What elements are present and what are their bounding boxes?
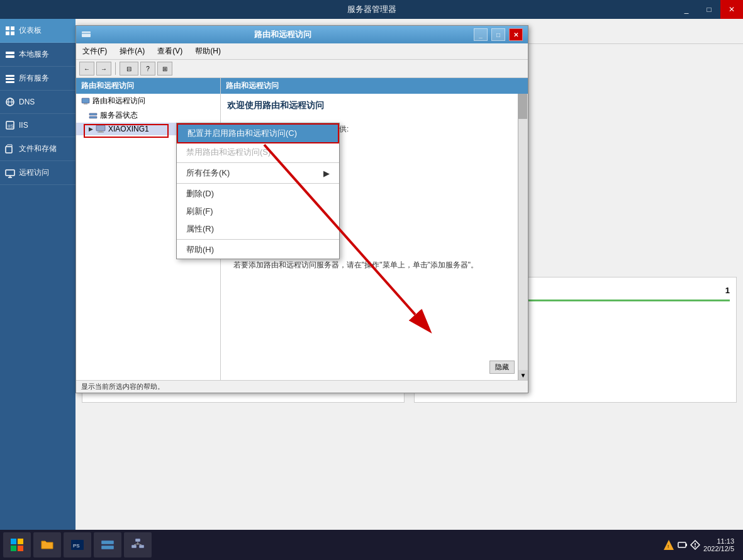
sidebar: 仪表板 本地服务 所有服务 DNS IIS <box>0 19 75 560</box>
context-menu-disable: 禁用路由和远程访问(S) <box>177 143 339 161</box>
taskbar-date-display: 2022/12/5 <box>703 545 734 552</box>
routing-close-button[interactable]: ✕ <box>509 28 523 41</box>
close-button[interactable]: ✕ <box>720 0 743 19</box>
sidebar-item-dashboard[interactable]: 仪表板 <box>0 19 75 43</box>
action-button[interactable]: ⊞ <box>157 62 172 76</box>
taskbar: PS ! <box>0 530 743 560</box>
svg-rect-7 <box>6 78 14 80</box>
tree-server-status[interactable]: 服务器状态 <box>76 108 220 123</box>
svg-text:IIS: IIS <box>8 123 14 129</box>
svg-rect-27 <box>89 116 97 118</box>
iis-icon: IIS <box>5 120 15 130</box>
svg-rect-26 <box>89 113 97 115</box>
tree-root[interactable]: 路由和远程访问 <box>76 94 220 108</box>
sidebar-item-all-servers[interactable]: 所有服务 <box>0 67 75 91</box>
remote-icon <box>5 168 15 178</box>
routing-menu-help[interactable]: 帮助(H) <box>192 45 224 58</box>
sidebar-item-remote[interactable]: 远程访问 <box>0 161 75 185</box>
routing-menu-file[interactable]: 文件(F) <box>79 45 110 58</box>
sidebar-item-dns[interactable]: DNS <box>0 91 75 114</box>
svg-rect-1 <box>11 26 14 30</box>
network-icon <box>130 537 145 552</box>
windows-logo-icon <box>9 537 25 552</box>
system-icon-2 <box>677 540 687 550</box>
taskbar-time-display: 11:13 <box>717 537 734 545</box>
dashboard-icon <box>5 26 15 36</box>
routing-menu-action[interactable]: 操作(A) <box>116 45 148 58</box>
routing-dialog-title-bar: 路由和远程访问 _ □ ✕ <box>76 26 528 43</box>
tree-xiaoxing1-label: XIAOXING1 <box>108 125 149 133</box>
context-sep-3 <box>177 239 339 240</box>
svg-rect-25 <box>84 103 87 104</box>
svg-rect-5 <box>6 55 14 58</box>
context-menu-delete[interactable]: 删除(D) <box>177 185 339 203</box>
routing-status-bar: 显示当前所选内容的帮助。 <box>76 380 528 393</box>
svg-rect-35 <box>11 546 16 551</box>
taskbar-right-area: ! 11:13 2022/12/5 <box>664 537 740 552</box>
context-menu-refresh[interactable]: 刷新(F) <box>177 203 339 220</box>
sidebar-label-files: 文件和存储 <box>19 143 57 154</box>
routing-right-header: 路由和远程访问 <box>221 78 528 94</box>
sidebar-item-iis[interactable]: IIS IIS <box>0 114 75 137</box>
app-title: 服务器管理器 <box>347 4 396 15</box>
svg-rect-28 <box>96 125 105 131</box>
svg-line-46 <box>138 544 142 545</box>
taskbar-clock: 11:13 2022/12/5 <box>703 537 734 552</box>
help-button[interactable]: ? <box>140 62 155 76</box>
routing-menu-view[interactable]: 查看(V) <box>154 45 186 58</box>
svg-text:PS: PS <box>73 543 80 549</box>
svg-rect-2 <box>6 31 9 35</box>
back-button[interactable]: ← <box>79 62 94 76</box>
scrollbar-thumb <box>518 94 527 119</box>
svg-rect-50 <box>686 544 687 546</box>
server-manager-button[interactable] <box>94 532 121 557</box>
routing-dialog-title: 路由和远程访问 <box>95 29 470 40</box>
sidebar-label-dashboard: 仪表板 <box>19 25 42 36</box>
context-menu-all-tasks[interactable]: 所有任务(K) ▶ <box>177 164 339 182</box>
routing-welcome-title: 欢迎使用路由和远程访问 <box>227 100 511 111</box>
svg-rect-14 <box>6 147 12 153</box>
taskbar-time: ! <box>664 540 700 550</box>
routing-menu-bar: 文件(F) 操作(A) 查看(V) 帮助(H) <box>76 43 528 60</box>
file-explorer-button[interactable] <box>33 532 61 557</box>
sidebar-label-iis: IIS <box>19 121 28 130</box>
forward-button[interactable]: → <box>96 62 111 76</box>
hide-button[interactable]: 隐藏 <box>489 361 515 374</box>
context-menu-configure[interactable]: 配置并启用路由和远程访问(C) <box>177 123 339 143</box>
routing-root-icon <box>81 97 90 106</box>
svg-rect-41 <box>135 539 140 542</box>
tree-server-status-label: 服务器状态 <box>100 110 138 121</box>
powershell-button[interactable]: PS <box>64 532 91 557</box>
context-menu-properties[interactable]: 属性(R) <box>177 220 339 238</box>
context-menu: 配置并启用路由和远程访问(C) 禁用路由和远程访问(S) 所有任务(K) ▶ 删… <box>176 123 340 259</box>
svg-rect-34 <box>18 539 23 544</box>
routing-dialog-icon <box>81 30 91 40</box>
sidebar-item-local-server[interactable]: 本地服务 <box>0 43 75 67</box>
sidebar-label-all: 所有服务 <box>19 73 49 84</box>
svg-rect-49 <box>678 542 686 547</box>
svg-rect-40 <box>101 546 114 549</box>
file-explorer-icon <box>40 537 55 552</box>
window-controls[interactable]: _ □ ✕ <box>675 0 743 19</box>
context-sep-1 <box>177 162 339 163</box>
context-menu-help[interactable]: 帮助(H) <box>177 241 339 259</box>
right-scrollbar[interactable]: ▼ <box>518 94 528 380</box>
routing-restore-button[interactable]: □ <box>491 28 505 41</box>
iis-card-count: 1 <box>725 286 730 295</box>
sidebar-item-files[interactable]: 文件和存储 <box>0 137 75 161</box>
title-bar: 服务器管理器 _ □ ✕ <box>0 0 743 19</box>
svg-rect-24 <box>82 98 89 103</box>
svg-rect-33 <box>11 539 16 544</box>
minimize-button[interactable]: _ <box>675 0 698 19</box>
network-button[interactable] <box>124 532 152 557</box>
scroll-down-btn[interactable]: ▼ <box>518 370 528 380</box>
svg-rect-0 <box>6 26 9 30</box>
system-icon-1: ! <box>664 540 674 550</box>
submenu-arrow-icon: ▶ <box>323 169 330 178</box>
maximize-button[interactable]: □ <box>698 0 720 19</box>
sidebar-label-local: 本地服务 <box>19 49 49 60</box>
start-button[interactable] <box>3 532 31 557</box>
routing-minimize-button[interactable]: _ <box>474 28 488 41</box>
show-hide-button[interactable]: ⊟ <box>120 62 138 76</box>
svg-rect-42 <box>131 545 137 548</box>
